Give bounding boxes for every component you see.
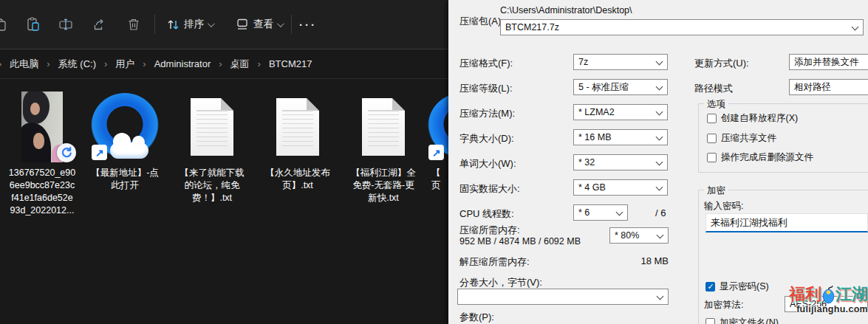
breadcrumb-separator: › [0,58,1,69]
file-label: 【福利江湖】全 免费-无套路-更 新快.txt [347,167,420,204]
checkbox-icon [707,134,717,143]
breadcrumb-separator: › [47,58,49,69]
text-file-icon [191,98,233,156]
decompress-memory-value: 18 MB [618,255,669,266]
archive-path: C:\Users\Administrator\Desktop\ [500,5,632,15]
shortcut-arrow-icon [428,145,444,160]
breadcrumb-item-administrator[interactable]: Administrator [154,58,211,69]
explorer-toolbar: 排序 查看 ··· [0,0,448,49]
password-label: 输入密码: [704,200,743,213]
copy-icon[interactable] [0,17,7,32]
memory-usage-combobox[interactable]: * 80% [609,227,669,244]
more-icon: ··· [299,18,317,31]
checkbox-compress-shared[interactable]: 压缩共享文件 [707,132,776,145]
dictionary-combobox[interactable]: * 16 MB [573,129,668,145]
rename-icon[interactable] [58,17,73,32]
level-combobox[interactable]: 5 - 标准压缩 [573,79,668,95]
watermark-brand-left: 福利 [789,285,821,304]
breadcrumb-separator: › [143,58,146,69]
breadcrumb-item-btcm217[interactable]: BTCM217 [269,58,312,69]
password-input[interactable]: 来福利江湖找福利 [705,213,868,232]
checkbox-label: 加密文件名(N) [720,317,779,324]
breadcrumb: › 此电脑 › 系统 (C:) › 用户 › Administrator › 桌… [0,49,448,79]
update-mode-combobox[interactable]: 添加并替换文件 [789,54,868,70]
volume-size-label: 分卷大小，字节(V): [459,276,542,289]
qq-browser-icon [91,93,159,161]
chevron-down-icon [208,20,215,27]
file-item-txt-3[interactable]: 【福利江湖】全 免费-无套路-更 新快.txt [347,92,420,204]
player-badge-icon [57,143,76,162]
options-legend: 选项 [704,98,728,111]
checkbox-icon [707,153,717,162]
checkbox-delete-after[interactable]: 操作完成后删除源文件 [707,151,813,164]
delete-icon[interactable] [126,17,141,32]
path-mode-label: 路径模式 [694,82,733,95]
checkbox-encrypt-filenames[interactable]: 加密文件名(N) [705,317,779,324]
archive-label: 压缩包(A) [459,15,501,28]
file-label: 136767520_e90 6ee9bcc87e23c f41e1fa6de52… [6,167,78,217]
paste-icon[interactable] [26,17,41,32]
encryption-method-label: 加密算法: [704,299,743,311]
breadcrumb-separator: › [219,58,222,69]
checkbox-show-password[interactable]: 显示密码(S) [705,280,769,293]
checkbox-icon [705,318,715,324]
checkbox-checked-icon [705,282,715,292]
more-button[interactable]: ··· [299,18,317,31]
solid-block-combobox[interactable]: * 4 GB [573,179,668,196]
file-item-video[interactable]: 136767520_e90 6ee9bcc87e23c f41e1fa6de52… [6,92,78,217]
word-size-label: 单词大小(W): [459,157,516,170]
text-file-icon [276,98,319,156]
method-combobox[interactable]: * LZMA2 [573,104,668,120]
file-label: 【 页 [426,167,448,192]
cpu-threads-combobox[interactable]: * 6 [573,204,628,221]
memory-usage-detail: 952 MB / 4874 MB / 6092 MB [459,236,581,247]
screen: 排序 查看 ··· › 此电脑 › 系统 (C:) › [0,0,868,324]
cpu-threads-max: / 6 [655,207,666,218]
path-mode-combobox[interactable]: 相对路径 [789,79,868,95]
encryption-legend: 加密 [704,185,728,197]
parameters-label: 参数(P): [459,311,494,324]
breadcrumb-item-desktop[interactable]: 桌面 [230,58,250,71]
checkbox-create-sfx[interactable]: 创建自释放程序(X) [707,112,798,125]
file-label: 【来了就能下载 的论坛，纯免 费！】.txt [176,167,248,204]
sort-button[interactable]: 排序 [165,17,213,32]
breadcrumb-item-this-pc[interactable]: 此电脑 [10,58,38,71]
file-label: 【永久地址发布 页】.txt [262,167,334,192]
breadcrumb-separator: › [258,58,261,69]
breadcrumb-separator: › [104,58,107,69]
file-item-txt-2[interactable]: 【永久地址发布 页】.txt [262,92,334,192]
volume-size-combobox[interactable] [457,289,669,305]
word-size-combobox[interactable]: * 32 [573,154,668,170]
view-icon [235,17,250,32]
sort-icon [165,17,180,32]
view-button[interactable]: 查看 [235,17,282,32]
cpu-threads-label: CPU 线程数: [459,207,514,221]
breadcrumb-item-drive-c[interactable]: 系统 (C:) [58,58,96,71]
file-label: 【最新地址】-点 此打开 [89,167,161,192]
format-combobox[interactable]: 7z [573,54,668,70]
watermark-brand-right: 江湖 [835,285,868,304]
watermark: 福利 江湖 fulijianghu.com [785,285,868,314]
file-item-qq-shortcut[interactable]: 【最新地址】-点 此打开 [89,92,161,192]
mouse-icon [822,285,835,304]
file-item-partial[interactable]: 【 页 [426,92,448,192]
breadcrumb-item-users[interactable]: 用户 [115,58,134,71]
method-label: 压缩方法(M): [459,107,515,120]
sort-label: 排序 [184,18,204,31]
file-item-txt-1[interactable]: 【来了就能下载 的论坛，纯免 费！】.txt [176,92,248,204]
view-label: 查看 [253,18,273,31]
watermark-domain: fulijianghu.com [785,304,868,314]
toolbar-separator [291,15,292,34]
toolbar-separator [154,15,155,34]
text-file-icon [362,98,405,156]
checkbox-label: 创建自释放程序(X) [721,112,798,125]
update-mode-label: 更新方式(U): [694,57,749,70]
explorer-window: 排序 查看 ··· › 此电脑 › 系统 (C:) › [0,0,448,324]
level-label: 压缩等级(L): [459,82,513,95]
share-icon[interactable] [92,17,107,32]
checkbox-icon [707,114,717,123]
seven-zip-dialog: 压缩包(A) C:\Users\Administrator\Desktop\ B… [448,0,868,324]
dictionary-label: 字典大小(D): [459,132,514,145]
checkbox-label: 压缩共享文件 [721,132,776,145]
archive-name-combobox[interactable]: BTCM217.7z [500,19,864,35]
